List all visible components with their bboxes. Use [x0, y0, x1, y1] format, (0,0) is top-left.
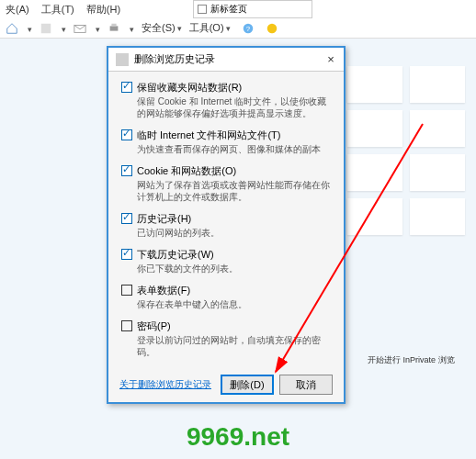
tab-icon: [198, 5, 207, 14]
help-icon[interactable]: ?: [242, 22, 255, 35]
dialog-title: 删除浏览历史记录: [134, 52, 322, 66]
about-link[interactable]: 关于删除浏览历史记录: [119, 378, 215, 391]
option-desc-3: 已访问网站的列表。: [137, 227, 331, 239]
option-label-4: 下载历史记录(W): [137, 248, 214, 262]
tab-label: 新标签页: [210, 3, 247, 16]
svg-rect-2: [110, 26, 119, 30]
watermark: 9969.net: [0, 422, 476, 452]
option-desc-0: 保留 Cookie 和 Internet 临时文件，以使你收藏的网站能够保存偏好…: [137, 95, 331, 119]
option-5: 表单数据(F)保存在表单中键入的信息。: [121, 284, 331, 310]
option-4: 下载历史记录(W)你已下载的文件的列表。: [121, 248, 331, 274]
mail-dropdown[interactable]: [94, 23, 100, 34]
safety-menu[interactable]: 安全(S): [142, 21, 182, 35]
inprivate-link[interactable]: 开始进行 InPrivate 浏览: [368, 354, 455, 366]
thumb-tile[interactable]: [410, 66, 465, 103]
option-label-1: 临时 Internet 文件和网站文件(T): [137, 129, 280, 142]
option-2: Cookie 和网站数据(O)网站为了保存首选项或改善网站性能而存储在你计算机上…: [121, 164, 331, 203]
thumb-tile[interactable]: [347, 154, 402, 191]
option-1: 临时 Internet 文件和网站文件(T)为快速查看而保存的网页、图像和媒体的…: [121, 129, 331, 155]
svg-rect-0: [41, 23, 51, 33]
close-icon[interactable]: ×: [322, 52, 340, 66]
svg-text:?: ?: [245, 24, 250, 32]
checkbox-3[interactable]: [121, 213, 132, 224]
print-icon[interactable]: [108, 22, 120, 35]
smiley-icon[interactable]: [266, 22, 278, 35]
browser-tab[interactable]: 新标签页: [193, 0, 312, 18]
delete-history-dialog: 删除浏览历史记录 × 保留收藏夹网站数据(R)保留 Cookie 和 Inter…: [107, 46, 346, 404]
thumb-tile[interactable]: [347, 198, 402, 235]
dialog-footer: 关于删除浏览历史记录 删除(D) 取消: [119, 375, 333, 395]
mail-icon[interactable]: [74, 22, 86, 35]
checkbox-6[interactable]: [121, 320, 132, 331]
option-desc-2: 网站为了保存首选项或改善网站性能而存储在你计算机上的文件或数据库。: [137, 179, 331, 203]
print-dropdown[interactable]: [128, 23, 134, 34]
option-3: 历史记录(H)已访问网站的列表。: [121, 212, 331, 239]
dialog-icon: [116, 53, 129, 66]
option-label-2: Cookie 和网站数据(O): [137, 164, 236, 178]
svg-rect-3: [111, 23, 116, 26]
option-label-5: 表单数据(F): [137, 284, 190, 297]
option-0: 保留收藏夹网站数据(R)保留 Cookie 和 Internet 临时文件，以使…: [121, 81, 331, 119]
home-icon[interactable]: [6, 22, 18, 35]
option-label-6: 密码(P): [137, 319, 171, 333]
checkbox-1[interactable]: [121, 129, 132, 140]
feed-dropdown[interactable]: [60, 23, 66, 34]
thumb-tile[interactable]: [410, 110, 465, 147]
option-desc-6: 登录以前访问过的网站时，自动填充保存的密码。: [137, 334, 331, 358]
dialog-titlebar[interactable]: 删除浏览历史记录 ×: [108, 48, 344, 72]
thumb-tile[interactable]: [347, 66, 402, 103]
delete-button[interactable]: 删除(D): [221, 375, 274, 395]
thumb-tile[interactable]: [410, 154, 465, 191]
option-desc-1: 为快速查看而保存的网页、图像和媒体的副本: [137, 143, 331, 155]
checkbox-5[interactable]: [121, 285, 132, 296]
option-6: 密码(P)登录以前访问过的网站时，自动填充保存的密码。: [121, 319, 331, 358]
thumb-tile[interactable]: [347, 110, 402, 147]
option-desc-5: 保存在表单中键入的信息。: [137, 298, 331, 310]
dialog-content: 保留收藏夹网站数据(R)保留 Cookie 和 Internet 临时文件，以使…: [108, 72, 344, 367]
option-desc-4: 你已下载的文件的列表。: [137, 263, 331, 274]
checkbox-0[interactable]: [121, 82, 132, 93]
thumb-tile[interactable]: [410, 198, 465, 235]
cancel-button[interactable]: 取消: [279, 375, 333, 395]
checkbox-2[interactable]: [121, 165, 132, 176]
menu-favorites[interactable]: 夹(A): [6, 4, 29, 15]
home-dropdown[interactable]: [26, 23, 32, 34]
menu-help[interactable]: 帮助(H): [86, 4, 120, 15]
tools-menu[interactable]: 工具(O): [189, 21, 231, 35]
option-label-0: 保留收藏夹网站数据(R): [137, 81, 242, 95]
speed-dial-thumbs: [347, 66, 465, 242]
menu-tools[interactable]: 工具(T): [41, 4, 74, 15]
checkbox-4[interactable]: [121, 249, 132, 260]
option-label-3: 历史记录(H): [137, 212, 191, 226]
svg-point-6: [266, 23, 277, 33]
feed-icon[interactable]: [40, 22, 52, 35]
